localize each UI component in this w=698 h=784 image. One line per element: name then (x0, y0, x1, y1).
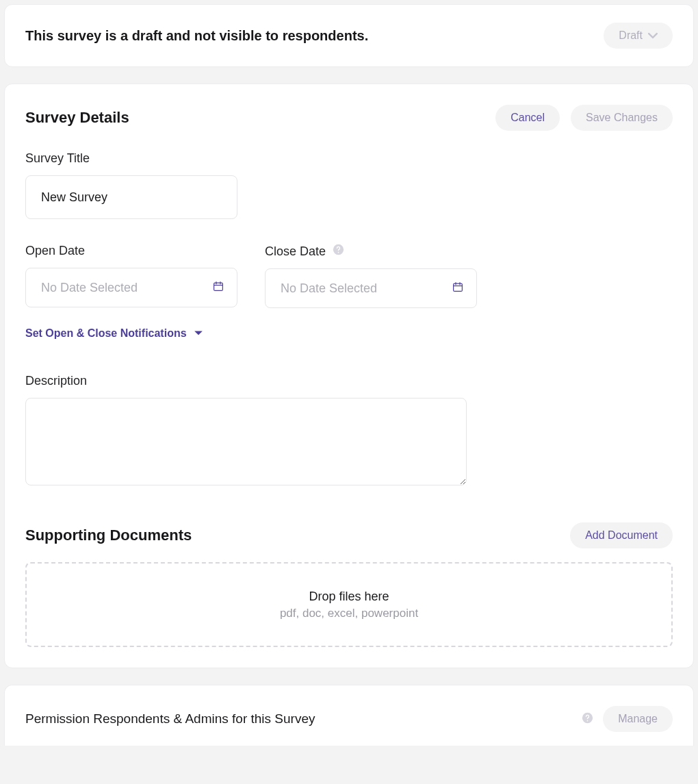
survey-details-heading: Survey Details (25, 109, 129, 127)
permissions-heading: Permission Respondents & Admins for this… (25, 711, 315, 726)
close-date-placeholder: No Date Selected (281, 281, 377, 296)
help-icon[interactable] (582, 712, 593, 726)
documents-heading: Supporting Documents (25, 527, 192, 544)
description-field: Description (25, 374, 673, 488)
close-date-input[interactable]: No Date Selected (265, 268, 477, 308)
svg-rect-0 (214, 283, 223, 290)
description-label: Description (25, 374, 673, 388)
survey-title-label: Survey Title (25, 151, 673, 166)
add-document-button[interactable]: Add Document (570, 522, 673, 548)
svg-point-5 (587, 720, 589, 721)
help-icon[interactable] (333, 244, 344, 259)
cancel-button[interactable]: Cancel (495, 105, 560, 131)
close-date-label-wrap: Close Date (265, 244, 344, 259)
chevron-down-icon (194, 327, 203, 340)
calendar-icon (212, 280, 224, 295)
status-label: Draft (619, 29, 643, 42)
notifications-toggle[interactable]: Set Open & Close Notifications (25, 327, 203, 340)
chevron-down-icon (648, 29, 658, 42)
notifications-label: Set Open & Close Notifications (25, 327, 187, 340)
close-date-label: Close Date (265, 244, 326, 259)
dropzone-title: Drop files here (309, 590, 389, 604)
svg-point-2 (338, 252, 339, 253)
open-date-field: Open Date No Date Selected (25, 244, 237, 308)
dropzone-subtitle: pdf, doc, excel, powerpoint (280, 607, 418, 620)
survey-title-field: Survey Title (25, 151, 673, 219)
open-date-input[interactable]: No Date Selected (25, 268, 237, 307)
svg-rect-3 (454, 283, 463, 291)
description-input[interactable] (25, 398, 467, 485)
calendar-icon (452, 281, 464, 296)
save-button[interactable]: Save Changes (571, 105, 673, 131)
supporting-documents-section: Supporting Documents Add Document Drop f… (25, 522, 673, 647)
close-date-field: Close Date No Date Selected (265, 244, 477, 308)
status-banner: This survey is a draft and not visible t… (4, 4, 694, 67)
open-date-label: Open Date (25, 244, 237, 258)
survey-details-card: Survey Details Cancel Save Changes Surve… (4, 84, 694, 668)
dropzone[interactable]: Drop files here pdf, doc, excel, powerpo… (25, 562, 673, 647)
open-date-placeholder: No Date Selected (41, 281, 138, 295)
manage-button[interactable]: Manage (603, 706, 673, 732)
permissions-card: Permission Respondents & Admins for this… (4, 685, 694, 746)
status-message: This survey is a draft and not visible t… (25, 28, 368, 44)
status-dropdown[interactable]: Draft (604, 23, 673, 49)
survey-title-input[interactable] (25, 175, 237, 219)
